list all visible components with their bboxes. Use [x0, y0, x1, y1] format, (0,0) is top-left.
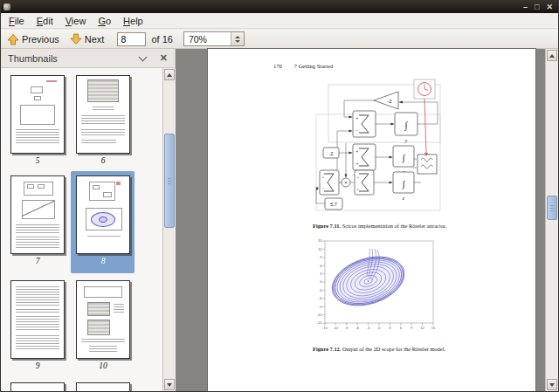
sum-block-x: + + [353, 144, 376, 170]
document-page: 1707 Getting Started [208, 49, 535, 391]
thumbnail-page-5[interactable] [10, 75, 65, 154]
thumbnail-page-6[interactable] [76, 75, 130, 154]
figure-caption-1: Figure 7.11. Scicos implementation of th… [313, 223, 522, 229]
thumbnail-label: 6 [76, 156, 130, 165]
svg-text:15: 15 [318, 238, 322, 243]
spinner-down-icon [235, 40, 240, 43]
sidebar-scrollbar[interactable] [162, 68, 176, 391]
thumbnail-page-12[interactable] [76, 382, 130, 391]
svg-text:-12: -12 [334, 326, 340, 330]
minimize-icon[interactable]: – [523, 3, 528, 11]
svg-text:6: 6 [320, 264, 322, 268]
arrow-down-icon [70, 33, 82, 45]
svg-text:y: y [404, 138, 408, 143]
svg-text:-2: -2 [387, 99, 392, 104]
scroll-up-button[interactable] [164, 69, 175, 80]
thumbnail-label: 7 [10, 257, 65, 265]
thumbnail-page-7[interactable] [10, 175, 65, 254]
svg-text:3: 3 [389, 326, 391, 330]
window-icon [3, 3, 10, 10]
close-icon[interactable]: ✕ [546, 3, 553, 11]
scroll-down-button[interactable] [547, 379, 557, 390]
svg-text:-6: -6 [319, 296, 322, 300]
svg-text:0: 0 [320, 279, 322, 284]
product-block: × [342, 178, 350, 187]
arrow-down-icon [549, 383, 555, 387]
sum-block-y: + − [353, 111, 376, 137]
svg-text:9: 9 [411, 326, 413, 330]
svg-text:×: × [344, 180, 348, 185]
svg-text:+: + [356, 149, 359, 154]
scroll-down-button[interactable] [164, 379, 175, 390]
svg-text:6: 6 [400, 326, 403, 330]
thumbnail-label: 5 [10, 156, 65, 165]
event-wire [424, 99, 428, 156]
previous-label: Previous [22, 34, 59, 45]
thumbnail-page-11[interactable] [10, 382, 65, 391]
svg-text:-15: -15 [322, 326, 328, 330]
scicos-block-diagram: -2 + − ∫ y [311, 78, 451, 216]
titlebar[interactable]: – □ ✕ [1, 1, 558, 13]
menu-help[interactable]: Help [117, 14, 149, 28]
svg-text:3: 3 [320, 272, 322, 276]
svg-text:-12: -12 [317, 313, 323, 317]
menu-edit[interactable]: Edit [31, 14, 59, 28]
menu-file[interactable]: File [3, 14, 31, 28]
menu-go[interactable]: Go [92, 14, 117, 28]
scrollbar-thumb[interactable] [547, 196, 557, 220]
thumbnail-list[interactable]: 5 6 7 [1, 68, 162, 391]
main-scrollbar[interactable] [545, 49, 558, 391]
scope-block [418, 155, 437, 174]
integrator-block-z: ∫ z [393, 172, 414, 201]
arrow-up-icon [167, 73, 172, 77]
arrow-up-icon [549, 54, 555, 58]
thumbnail-label: 9 [10, 361, 65, 370]
zoom-combobox[interactable]: 70% [183, 31, 245, 46]
sidebar-close-icon[interactable]: ✕ [160, 52, 168, 64]
spinner-up-icon [235, 36, 240, 38]
svg-text:12: 12 [420, 326, 424, 330]
chevron-down-icon[interactable] [138, 52, 147, 61]
svg-text:9: 9 [320, 255, 322, 259]
thumbnail-label: 8 [76, 257, 130, 265]
page-number: 170 [273, 63, 282, 69]
scrollbar-thumb[interactable] [164, 134, 175, 228]
sum-block-z: + − [320, 170, 339, 195]
svg-text:0: 0 [378, 326, 381, 330]
sum-block-z2: + + [355, 170, 374, 195]
maximize-icon[interactable]: □ [535, 3, 539, 11]
previous-button[interactable]: Previous [3, 32, 64, 46]
svg-text:5.7: 5.7 [330, 202, 337, 207]
app-window: – □ ✕ File Edit View Go Help Previous Ne… [0, 0, 559, 392]
attractor-plot: -15-12 -9-6 -30 36 912 15 -15-12 -9-6 -3… [311, 237, 449, 340]
menu-view[interactable]: View [59, 14, 93, 28]
sidebar-header: Thumbnails ✕ [1, 49, 176, 68]
svg-text:-9: -9 [319, 305, 322, 309]
y-axis-labels: -15-12 -9-6 -30 36 912 15 [317, 238, 323, 325]
menubar: File Edit View Go Help [1, 13, 558, 29]
document-canvas[interactable]: 1707 Getting Started [176, 49, 558, 391]
next-button[interactable]: Next [66, 32, 109, 46]
scroll-up-button[interactable] [547, 50, 557, 61]
thumbnail-label: 10 [76, 361, 130, 370]
page-number-input[interactable] [117, 32, 146, 46]
zoom-spinner[interactable] [231, 32, 244, 45]
svg-text:-15: -15 [317, 320, 323, 325]
clock-block [414, 79, 435, 99]
integrator-block-y: ∫ y [395, 113, 418, 143]
thumbnail-page-9[interactable] [10, 280, 65, 359]
svg-text:-9: -9 [345, 326, 349, 330]
thumbnail-page-8[interactable] [76, 175, 130, 254]
constant-block-b: 5.7 [325, 198, 342, 210]
svg-text:+: + [356, 116, 359, 120]
svg-text:15: 15 [431, 326, 436, 330]
chapter-title: 7 Getting Started [294, 63, 333, 69]
svg-text:+: + [356, 162, 359, 166]
zoom-value: 70% [184, 34, 231, 45]
thumbnails-sidebar: Thumbnails ✕ 5 6 [1, 49, 176, 391]
svg-text:-6: -6 [355, 326, 359, 330]
constant-block-a: .2 [323, 148, 339, 158]
svg-text:−: − [356, 128, 359, 133]
thumbnail-page-10[interactable] [76, 280, 130, 359]
figure-caption-2: Figure 7.12. Output of the 2D scope for … [313, 346, 522, 352]
